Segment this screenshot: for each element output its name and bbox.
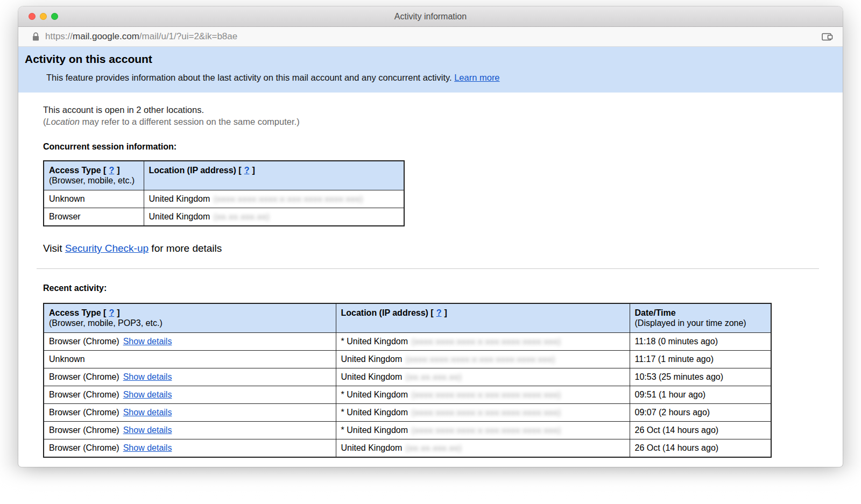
access-type-subtext: (Browser, mobile, POP3, etc.) [49,318,331,328]
location: United Kingdom [341,354,403,364]
minimize-window-button[interactable] [40,13,47,20]
datetime: 10:53 (25 minutes ago) [635,372,724,381]
banner-description: This feature provides information about … [25,73,832,83]
table-header-row: Access Type [?] (Browser, mobile, etc.) … [44,161,404,190]
show-details-link[interactable]: Show details [123,408,172,417]
location: United Kingdom [341,372,403,381]
datetime-header: Date/Time (Displayed in your time zone) [630,303,771,333]
url-path: /mail/u/1/?ui=2&ik=b8ae [139,31,237,41]
window-title: Activity information [394,12,467,22]
page-title: Activity on this account [25,53,832,66]
close-window-button[interactable] [29,13,36,20]
table-row: Browser (Chrome)Show details * United Ki… [44,422,771,439]
show-details-link[interactable]: Show details [123,337,172,346]
show-details-link[interactable]: Show details [123,425,172,435]
security-checkup-line: Visit Security Check-up for more details [43,243,827,254]
location: * United Kingdom [341,408,408,417]
zoom-window-button[interactable] [51,13,58,20]
ip-redacted: (xxxx:xxxx:xxxx:x:xxx:xxxx:xxxx:xxx) [412,337,561,346]
ip-redacted: (xxxx:xxxx:xxxx:x:xxx:xxxx:xxxx:xxx) [406,354,555,364]
datetime-subtext: (Displayed in your time zone) [635,318,766,328]
recent-activity-table: Access Type [?] (Browser, mobile, POP3, … [43,303,772,458]
location: United Kingdom [341,443,403,452]
location-help-link[interactable]: ? [436,308,442,317]
open-locations-text: This account is open in 2 other location… [43,105,827,115]
tab-overview-icon[interactable] [822,32,833,41]
table-row: Unknown United Kingdom(xxxx:xxxx:xxxx:x:… [44,351,771,368]
ip-redacted: (xxxx:xxxx:xxxx:x:xxx:xxxx:xxxx:xxx) [412,408,561,417]
table-row: Browser (Chrome)Show details * United Ki… [44,333,771,351]
traffic-lights [29,6,58,26]
location: * United Kingdom [341,390,408,399]
location-word: Location [46,117,80,126]
location-header: Location (IP address) [?] [144,161,404,190]
browser-window: Activity information https://mail.google… [18,6,843,467]
datetime: 09:07 (2 hours ago) [635,408,710,417]
ip-redacted: (xx.xx.xxx.xx) [406,443,462,452]
table-header-row: Access Type [?] (Browser, mobile, POP3, … [44,303,771,333]
concurrent-sessions-table: Access Type [?] (Browser, mobile, etc.) … [43,160,405,226]
url-text[interactable]: https://mail.google.com/mail/u/1/?ui=2&i… [45,31,237,42]
table-row: Browser (Chrome)Show details * United Ki… [44,386,771,404]
window-titlebar[interactable]: Activity information [18,6,843,27]
screen: Activity information https://mail.google… [0,0,861,504]
datetime: 26 Oct (14 hours ago) [635,443,719,452]
table-row: Unknown United Kingdom(xxxx:xxxx:xxxx:x:… [44,190,404,208]
bottom-fade [0,464,861,504]
datetime: 11:17 (1 minute ago) [635,354,714,364]
table-row: Browser (Chrome)Show details United King… [44,439,771,458]
datetime: 09:51 (1 hour ago) [635,390,706,399]
table-row: Browser (Chrome)Show details United King… [44,368,771,386]
location-header: Location (IP address) [?] [336,303,630,333]
ip-redacted: (xxxx:xxxx:xxxx:x:xxx:xxxx:xxxx:xxx) [412,390,561,399]
table-row: Browser United Kingdom(xx.xx.xxx.xx) [44,208,404,226]
access-type-header: Access Type [?] (Browser, mobile, POP3, … [44,303,336,333]
concurrent-session-heading: Concurrent session information: [43,142,827,152]
table-row: Browser (Chrome)Show details * United Ki… [44,404,771,422]
access-type: Unknown [49,354,85,364]
lock-icon[interactable] [32,32,39,41]
ip-redacted: (xx.xx.xxx.xx) [214,212,270,221]
access-type: Browser (Chrome) [49,390,119,399]
access-type: Browser (Chrome) [49,425,119,435]
access-type: Unknown [49,194,85,203]
location: United Kingdom [149,212,210,221]
datetime: 26 Oct (14 hours ago) [635,425,719,435]
location-help-link[interactable]: ? [244,166,250,175]
security-checkup-link[interactable]: Security Check-up [65,243,149,254]
section-divider [37,268,819,269]
ip-redacted: (xx.xx.xxx.xx) [406,372,462,381]
access-type: Browser (Chrome) [49,408,119,417]
location: * United Kingdom [341,337,408,346]
access-type: Browser (Chrome) [49,337,119,346]
access-type: Browser [49,212,81,221]
show-details-link[interactable]: Show details [123,390,172,399]
url-host: mail.google.com [73,31,139,41]
access-type-help-link[interactable]: ? [109,308,114,317]
datetime: 11:18 (0 minutes ago) [635,337,718,346]
access-type-header: Access Type [?] (Browser, mobile, etc.) [44,161,144,190]
access-type-subtext: (Browser, mobile, etc.) [49,176,139,186]
page-content: This account is open in 2 other location… [18,93,843,458]
location-note: (Location may refer to a different sessi… [43,117,827,127]
page-banner: Activity on this account This feature pr… [18,47,843,93]
show-details-link[interactable]: Show details [123,443,172,452]
access-type: Browser (Chrome) [49,443,119,452]
url-protocol: https:// [45,31,73,41]
learn-more-link[interactable]: Learn more [454,73,499,82]
ip-redacted: (xxxx:xxxx:xxxx:x:xxx:xxxx:xxxx:xxx) [412,425,561,435]
access-type-help-link[interactable]: ? [109,166,114,175]
recent-activity-heading: Recent activity: [43,283,827,293]
ip-redacted: (xxxx:xxxx:xxxx:x:xxx:xxxx:xxxx:xxx) [214,194,363,203]
show-details-link[interactable]: Show details [123,372,172,381]
location: United Kingdom [149,194,210,203]
location: * United Kingdom [341,425,408,435]
access-type: Browser (Chrome) [49,372,119,381]
address-bar[interactable]: https://mail.google.com/mail/u/1/?ui=2&i… [18,27,843,47]
